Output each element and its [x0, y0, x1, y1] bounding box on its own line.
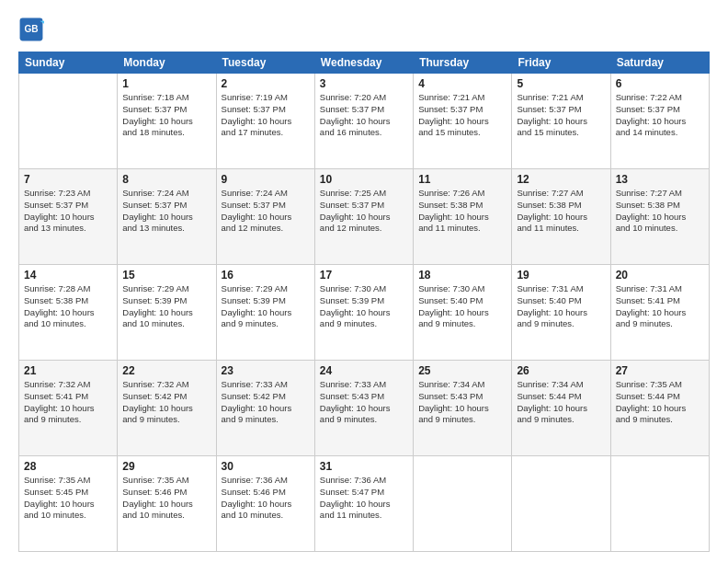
- day-number: 4: [418, 77, 506, 90]
- day-info-line: Daylight: 10 hours: [616, 307, 704, 319]
- day-info-line: Sunrise: 7:34 AM: [517, 379, 605, 391]
- day-info-line: Sunrise: 7:25 AM: [320, 188, 408, 200]
- day-info-line: Sunset: 5:42 PM: [222, 391, 310, 403]
- day-info-line: Daylight: 10 hours: [320, 307, 408, 319]
- day-number: 21: [24, 364, 112, 377]
- day-info-line: Sunset: 5:39 PM: [320, 295, 408, 307]
- day-number: 18: [418, 269, 506, 282]
- day-info-line: Daylight: 10 hours: [24, 212, 112, 224]
- day-number: 3: [320, 77, 408, 90]
- day-info-line: Sunset: 5:44 PM: [517, 391, 605, 403]
- calendar-cell: 17Sunrise: 7:30 AMSunset: 5:39 PMDayligh…: [314, 265, 413, 361]
- day-info-line: and 9 minutes.: [517, 318, 605, 330]
- day-info-line: Sunset: 5:42 PM: [122, 391, 210, 403]
- weekday-wednesday: Wednesday: [314, 52, 413, 74]
- day-number: 28: [24, 460, 112, 473]
- day-info-line: Daylight: 10 hours: [517, 212, 605, 224]
- week-row-2: 7Sunrise: 7:23 AMSunset: 5:37 PMDaylight…: [19, 169, 710, 265]
- week-row-4: 21Sunrise: 7:32 AMSunset: 5:41 PMDayligh…: [19, 361, 710, 456]
- day-info-line: Daylight: 10 hours: [24, 403, 112, 415]
- day-number: 14: [24, 269, 112, 282]
- day-number: 19: [517, 269, 605, 282]
- day-info-line: Sunrise: 7:21 AM: [418, 92, 506, 104]
- day-info-line: and 12 minutes.: [320, 223, 408, 235]
- week-row-3: 14Sunrise: 7:28 AMSunset: 5:38 PMDayligh…: [19, 265, 710, 361]
- calendar-cell: [610, 456, 709, 552]
- weekday-saturday: Saturday: [610, 52, 709, 74]
- day-info-line: and 11 minutes.: [517, 223, 605, 235]
- day-info-line: and 12 minutes.: [222, 223, 310, 235]
- day-number: 20: [616, 269, 704, 282]
- day-info-line: Sunrise: 7:21 AM: [517, 92, 605, 104]
- day-info-line: and 9 minutes.: [616, 414, 704, 426]
- day-info-line: Sunrise: 7:20 AM: [320, 92, 408, 104]
- day-info-line: Daylight: 10 hours: [122, 116, 210, 128]
- day-info-line: Sunrise: 7:32 AM: [122, 379, 210, 391]
- day-info-line: Sunrise: 7:33 AM: [222, 379, 310, 391]
- calendar-cell: 12Sunrise: 7:27 AMSunset: 5:38 PMDayligh…: [512, 169, 610, 265]
- day-info-line: and 9 minutes.: [418, 318, 506, 330]
- day-info-line: Sunset: 5:46 PM: [222, 487, 310, 499]
- day-number: 29: [122, 460, 210, 473]
- logo-icon: GB: [18, 17, 44, 42]
- day-info-line: Daylight: 10 hours: [320, 499, 408, 511]
- day-info-line: Sunrise: 7:30 AM: [320, 283, 408, 295]
- day-info-line: Sunrise: 7:26 AM: [418, 188, 506, 200]
- day-info-line: Sunrise: 7:35 AM: [616, 379, 704, 391]
- day-info-line: Sunset: 5:39 PM: [222, 295, 310, 307]
- calendar-cell: 8Sunrise: 7:24 AMSunset: 5:37 PMDaylight…: [118, 169, 216, 265]
- day-info-line: Sunset: 5:41 PM: [616, 295, 704, 307]
- day-number: 1: [122, 77, 210, 90]
- day-info-line: and 9 minutes.: [122, 414, 210, 426]
- day-number: 12: [517, 173, 605, 186]
- day-info-line: Sunset: 5:40 PM: [517, 295, 605, 307]
- day-info-line: and 9 minutes.: [616, 318, 704, 330]
- day-info-line: Sunset: 5:37 PM: [418, 104, 506, 116]
- day-info-line: Daylight: 10 hours: [122, 403, 210, 415]
- day-info-line: Daylight: 10 hours: [418, 307, 506, 319]
- day-info-line: and 9 minutes.: [320, 414, 408, 426]
- day-info-line: and 16 minutes.: [320, 127, 408, 139]
- day-info-line: Sunset: 5:37 PM: [122, 104, 210, 116]
- calendar-cell: 2Sunrise: 7:19 AMSunset: 5:37 PMDaylight…: [216, 74, 314, 169]
- calendar-cell: 13Sunrise: 7:27 AMSunset: 5:38 PMDayligh…: [610, 169, 709, 265]
- day-info-line: Sunset: 5:38 PM: [517, 200, 605, 212]
- day-info-line: and 9 minutes.: [222, 414, 310, 426]
- day-info-line: Daylight: 10 hours: [517, 116, 605, 128]
- calendar-cell: 27Sunrise: 7:35 AMSunset: 5:44 PMDayligh…: [610, 361, 709, 456]
- day-info-line: Sunset: 5:43 PM: [418, 391, 506, 403]
- page: GB SundayMondayTuesdayWednesdayThursdayF…: [0, 0, 728, 563]
- day-info-line: and 10 minutes.: [122, 318, 210, 330]
- day-info-line: and 10 minutes.: [24, 510, 112, 522]
- day-number: 24: [320, 364, 408, 377]
- day-info-line: Sunrise: 7:31 AM: [616, 283, 704, 295]
- weekday-monday: Monday: [118, 52, 216, 74]
- day-info-line: Sunset: 5:40 PM: [418, 295, 506, 307]
- day-number: 10: [320, 173, 408, 186]
- day-number: 23: [222, 364, 310, 377]
- day-info-line: and 9 minutes.: [418, 414, 506, 426]
- day-info-line: Sunset: 5:47 PM: [320, 487, 408, 499]
- day-number: 27: [616, 364, 704, 377]
- weekday-tuesday: Tuesday: [216, 52, 314, 74]
- calendar-cell: [512, 456, 610, 552]
- day-info-line: and 9 minutes.: [24, 414, 112, 426]
- day-info-line: Daylight: 10 hours: [122, 499, 210, 511]
- day-info-line: and 9 minutes.: [320, 318, 408, 330]
- calendar-cell: 19Sunrise: 7:31 AMSunset: 5:40 PMDayligh…: [512, 265, 610, 361]
- day-info-line: Sunrise: 7:35 AM: [24, 475, 112, 487]
- day-number: 15: [122, 269, 210, 282]
- day-info-line: Sunrise: 7:27 AM: [517, 188, 605, 200]
- day-info-line: Sunrise: 7:30 AM: [418, 283, 506, 295]
- day-number: 22: [122, 364, 210, 377]
- calendar-cell: 4Sunrise: 7:21 AMSunset: 5:37 PMDaylight…: [414, 74, 512, 169]
- day-info-line: Sunset: 5:37 PM: [222, 200, 310, 212]
- day-info-line: Sunset: 5:39 PM: [122, 295, 210, 307]
- day-info-line: Sunset: 5:45 PM: [24, 487, 112, 499]
- day-number: 5: [517, 77, 605, 90]
- day-number: 11: [418, 173, 506, 186]
- day-info-line: Daylight: 10 hours: [616, 116, 704, 128]
- day-info-line: and 10 minutes.: [222, 510, 310, 522]
- day-info-line: Sunrise: 7:24 AM: [222, 188, 310, 200]
- day-info-line: and 18 minutes.: [122, 127, 210, 139]
